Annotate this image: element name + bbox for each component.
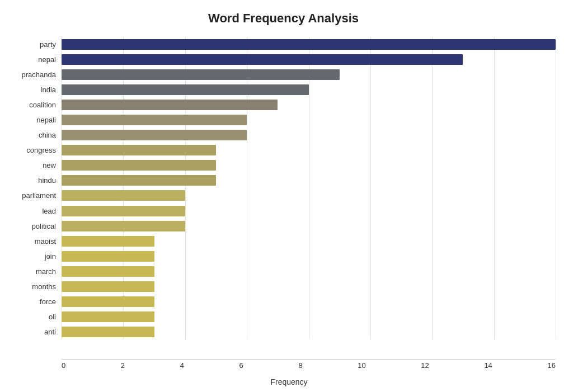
x-tick-2: 2 [121,361,125,370]
bar-row-political [62,219,556,234]
bar-nepal [62,54,463,65]
y-label-congress: congress [11,143,56,158]
bar-row-months [62,279,556,294]
x-tick-14: 14 [484,361,492,370]
bar-row-oli [62,309,556,324]
bar-india [62,84,309,95]
x-tick-8: 8 [298,361,302,370]
y-label-lead: lead [11,204,56,219]
y-label-india: india [11,82,56,97]
bar-maoist [62,236,154,247]
chart-area: partynepalprachandaindiacoalitionnepalic… [11,37,556,339]
x-tick-4: 4 [180,361,184,370]
x-tick-16: 16 [547,361,555,370]
y-label-new: new [11,158,56,173]
bar-political [62,221,185,232]
bar-row-party [62,37,556,52]
bar-anti [62,327,154,337]
y-label-prachanda: prachanda [11,67,56,82]
bar-row-force [62,294,556,309]
y-label-march: march [11,264,56,279]
bar-hindu [62,175,216,186]
bar-row-hindu [62,173,556,188]
bar-row-nepali [62,112,556,127]
y-label-hindu: hindu [11,173,56,188]
x-tick-6: 6 [239,361,243,370]
bar-months [62,281,154,292]
y-label-anti: anti [11,324,56,339]
bar-row-india [62,82,556,97]
bar-row-join [62,249,556,264]
bar-row-prachanda [62,67,556,82]
y-label-months: months [11,279,56,294]
chart-container: Word Frequency Analysis partynepalpracha… [0,0,578,392]
x-tick-10: 10 [358,361,365,370]
bar-party [62,39,556,50]
y-label-political: political [11,219,56,234]
grid-line-16 [556,37,556,339]
y-label-force: force [11,294,56,309]
bar-coalition [62,100,278,110]
bar-oli [62,311,154,322]
y-label-oli: oli [11,309,56,324]
bar-row-china [62,127,556,143]
bar-lead [62,206,185,216]
bar-march [62,266,154,277]
y-label-china: china [11,127,56,143]
bar-force [62,296,154,307]
x-axis-label: Frequency [0,377,578,386]
y-label-nepali: nepali [11,112,56,127]
y-label-party: party [11,37,56,52]
y-label-join: join [11,249,56,264]
y-label-maoist: maoist [11,234,56,249]
bar-row-new [62,158,556,173]
y-label-coalition: coalition [11,97,56,112]
bar-join [62,251,154,262]
x-tick-0: 0 [62,361,65,370]
bar-row-lead [62,204,556,219]
chart-title: Word Frequency Analysis [11,11,556,26]
bar-row-maoist [62,234,556,249]
bar-prachanda [62,69,340,80]
y-axis-labels: partynepalprachandaindiacoalitionnepalic… [11,37,62,339]
bar-nepali [62,115,247,125]
bar-new [62,160,216,171]
bar-row-anti [62,324,556,339]
bar-row-march [62,264,556,279]
y-label-nepal: nepal [11,52,56,67]
bar-row-nepal [62,52,556,67]
x-tick-12: 12 [421,361,429,370]
y-label-parliament: parliament [11,188,56,203]
bar-row-congress [62,143,556,158]
bar-congress [62,145,216,155]
bar-row-coalition [62,97,556,112]
bars-area [62,37,556,339]
bar-parliament [62,190,185,201]
bar-china [62,130,247,140]
bar-row-parliament [62,188,556,203]
